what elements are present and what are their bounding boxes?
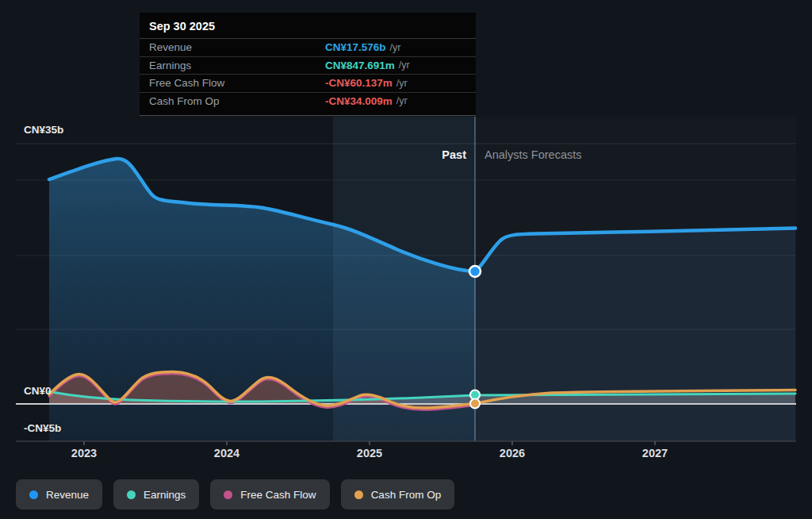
tooltip-unit: /yr (396, 95, 408, 106)
highlight-band (333, 117, 475, 441)
forecast-region-label: Analysts Forecasts (485, 148, 582, 161)
legend-label: Revenue (46, 489, 89, 501)
x-label-2027: 2027 (642, 447, 668, 459)
legend-label: Earnings (144, 489, 186, 501)
tooltip-value: -CN¥60.137m (325, 77, 393, 89)
earnings-dot-icon (127, 490, 136, 499)
tooltip-unit: /yr (396, 78, 408, 89)
x-label-2024: 2024 (214, 447, 239, 459)
legend-item-cash-from-op[interactable]: Cash From Op (341, 479, 455, 509)
legend-item-revenue[interactable]: Revenue (16, 479, 102, 509)
tooltip-row-cash-from-op: Cash From Op -CN¥34.009m /yr (140, 93, 476, 110)
tooltip-value: CN¥17.576b (325, 41, 386, 53)
tooltip-value: -CN¥34.009m (325, 95, 393, 107)
cash-from-op-marker (470, 399, 480, 409)
legend-item-free-cash-flow[interactable]: Free Cash Flow (210, 479, 329, 509)
y-label-35b: CN¥35b (24, 124, 63, 136)
x-label-2023: 2023 (71, 447, 97, 459)
tooltip-label: Earnings (149, 60, 325, 71)
revenue-marker (469, 266, 481, 277)
tooltip-label: Revenue (149, 41, 325, 53)
tooltip-date: Sep 30 2025 (140, 13, 476, 39)
cash-from-op-dot-icon (354, 490, 363, 499)
tooltip-value: CN¥847.691m (325, 60, 395, 71)
x-label-2025: 2025 (357, 447, 382, 459)
y-label-neg5b: -CN¥5b (24, 422, 61, 434)
tooltip-row-free-cash-flow: Free Cash Flow -CN¥60.137m /yr (140, 75, 476, 93)
legend-label: Free Cash Flow (240, 489, 316, 501)
y-label-0: CN¥0 (24, 385, 52, 397)
tooltip-row-revenue: Revenue CN¥17.576b /yr (140, 39, 476, 57)
tooltip-label: Free Cash Flow (149, 77, 325, 89)
revenue-dot-icon (29, 490, 38, 499)
past-region-label: Past (442, 148, 466, 161)
x-label-2026: 2026 (500, 447, 525, 459)
tooltip-row-earnings: Earnings CN¥847.691m /yr (140, 57, 476, 75)
legend-label: Cash From Op (371, 489, 442, 501)
tooltip-unit: /yr (399, 60, 410, 71)
tooltip: Sep 30 2025 Revenue CN¥17.576b /yr Earni… (140, 13, 476, 116)
revenue-forecast-area (475, 229, 795, 442)
page-root: { "tooltip": { "date": "Sep 30 2025", "r… (0, 0, 812, 519)
legend: Revenue Earnings Free Cash Flow Cash Fro… (16, 479, 454, 509)
tooltip-label: Cash From Op (149, 95, 325, 107)
legend-item-earnings[interactable]: Earnings (113, 479, 199, 509)
free-cash-flow-dot-icon (224, 490, 232, 499)
tooltip-unit: /yr (390, 42, 401, 53)
